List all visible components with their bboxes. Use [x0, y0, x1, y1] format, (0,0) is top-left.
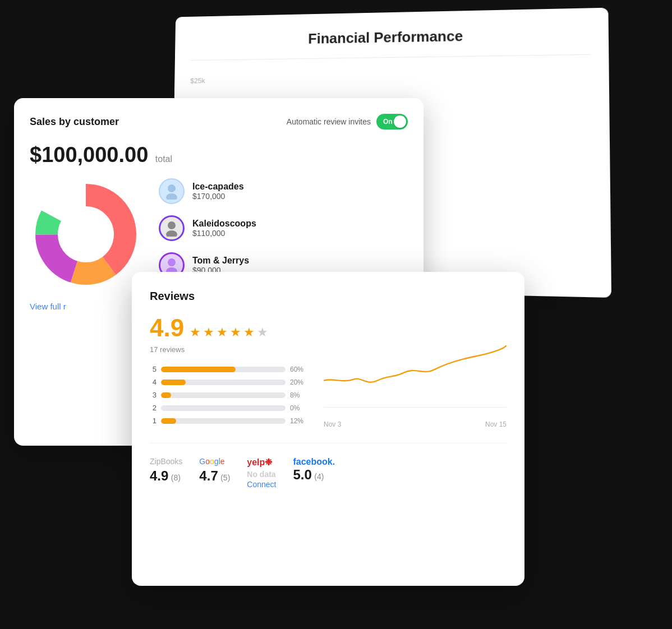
customer-name-ice: Ice-capades [192, 182, 244, 192]
toggle-knob [394, 115, 406, 128]
star-2: ★ [203, 325, 214, 340]
donut-chart [30, 178, 142, 290]
bar-track-2 [161, 405, 286, 411]
bar-track-3 [161, 392, 286, 398]
svg-point-9 [168, 258, 176, 266]
star-5: ★ [243, 325, 255, 340]
chart-date-end: Nov 15 [485, 420, 507, 428]
source-score-facebook: 5.0 (4) [293, 467, 324, 483]
bar-label-4: 4 [150, 378, 157, 386]
bar-row-4: 4 20% [150, 378, 307, 386]
bar-track-5 [161, 367, 286, 372]
sales-header: Sales by customer Automatic review invit… [30, 114, 408, 130]
source-item-zipbooks: ZipBooks 4.9 (8) [150, 457, 182, 484]
bar-pct-2: 0% [290, 404, 307, 412]
bar-label-3: 3 [150, 391, 157, 399]
chart-x-dates: Nov 3 Nov 15 [324, 420, 507, 428]
reviews-card: Reviews 4.9 ★ ★ ★ ★ ★ ★ 17 reviews 5 [132, 272, 524, 586]
svg-point-7 [168, 221, 176, 229]
financial-title: Financial Performance [191, 25, 591, 49]
reviews-left: 4.9 ★ ★ ★ ★ ★ ★ 17 reviews 5 60% [150, 314, 307, 429]
customer-info-ice: Ice-capades $170,000 [192, 182, 244, 201]
bar-fill-5 [161, 367, 236, 372]
bar-fill-4 [161, 380, 186, 385]
customer-name-tom: Tom & Jerrys [192, 256, 249, 266]
total-amount: $100,000.00 [30, 143, 148, 166]
svg-point-5 [168, 184, 176, 192]
svg-point-4 [59, 207, 113, 261]
bar-fill-1 [161, 418, 176, 424]
rating-big: 4.9 [150, 314, 184, 342]
bar-pct-5: 60% [290, 366, 307, 373]
total-amount-row: $100,000.00 total [30, 143, 408, 167]
source-nodata-yelp: No data [247, 470, 275, 479]
source-item-google: Google 4.7 (5) [199, 457, 230, 484]
line-chart-svg [324, 314, 507, 415]
source-name-yelp: yelp❉ [247, 457, 272, 468]
toggle-switch[interactable]: On [376, 114, 408, 130]
bar-row-1: 1 12% [150, 417, 307, 425]
bar-label-1: 1 [150, 417, 157, 425]
sales-title: Sales by customer [30, 116, 119, 128]
source-name-facebook: facebook. [293, 457, 335, 467]
toggle-on-text: On [383, 118, 393, 126]
customer-amount-ice: $170,000 [192, 192, 244, 201]
svg-point-6 [166, 193, 177, 200]
bar-pct-4: 20% [290, 378, 307, 386]
bar-track-1 [161, 418, 286, 424]
star-3: ★ [217, 325, 228, 340]
toggle-area: Automatic review invites On [287, 114, 408, 130]
total-label: total [155, 154, 172, 164]
customer-item: Ice-capades $170,000 [159, 178, 408, 204]
stars-row: ★ ★ ★ ★ ★ ★ [190, 325, 268, 340]
bar-label-2: 2 [150, 404, 157, 412]
customer-info-kal: Kaleidoscoops $110,000 [192, 219, 256, 238]
source-score-google: 4.7 (5) [199, 468, 230, 484]
reviews-main: 4.9 ★ ★ ★ ★ ★ ★ 17 reviews 5 60% [150, 314, 507, 429]
avatar-kaleidoscoops [159, 215, 185, 241]
bar-label-5: 5 [150, 365, 157, 373]
chart-label-25k: $25k [190, 72, 591, 85]
bar-pct-3: 8% [290, 391, 307, 399]
star-half: ★ [257, 325, 268, 340]
bar-pct-1: 12% [290, 417, 307, 425]
source-name-google: Google [199, 457, 224, 466]
source-name-zipbooks: ZipBooks [150, 457, 182, 466]
customer-name-kal: Kaleidoscoops [192, 219, 256, 229]
source-item-yelp: yelp❉ No data Connect [247, 457, 276, 489]
bar-row-3: 3 8% [150, 391, 307, 399]
bar-row-2: 2 0% [150, 404, 307, 412]
bar-row-5: 5 60% [150, 365, 307, 373]
bar-fill-3 [161, 392, 171, 398]
source-connect-yelp[interactable]: Connect [247, 480, 276, 489]
source-item-facebook: facebook. 5.0 (4) [293, 457, 335, 483]
toggle-label: Automatic review invites [287, 117, 371, 126]
customer-item-kal: Kaleidoscoops $110,000 [159, 215, 408, 241]
reviews-title: Reviews [150, 290, 507, 303]
source-ratings: ZipBooks 4.9 (8) Google 4.7 (5) yelp❉ No… [150, 457, 507, 489]
star-1: ★ [190, 325, 201, 340]
svg-point-8 [166, 230, 177, 237]
star-4: ★ [230, 325, 241, 340]
avatar-ice-capades [159, 178, 185, 204]
bar-track-4 [161, 380, 286, 385]
view-full-link[interactable]: View full r [30, 302, 66, 311]
reviews-divider [150, 443, 507, 443]
review-count: 17 reviews [150, 345, 307, 354]
customer-amount-kal: $110,000 [192, 229, 256, 238]
chart-date-start: Nov 3 [324, 420, 341, 428]
reviews-right: Nov 3 Nov 15 [324, 314, 507, 429]
source-score-zipbooks: 4.9 (8) [150, 468, 181, 484]
